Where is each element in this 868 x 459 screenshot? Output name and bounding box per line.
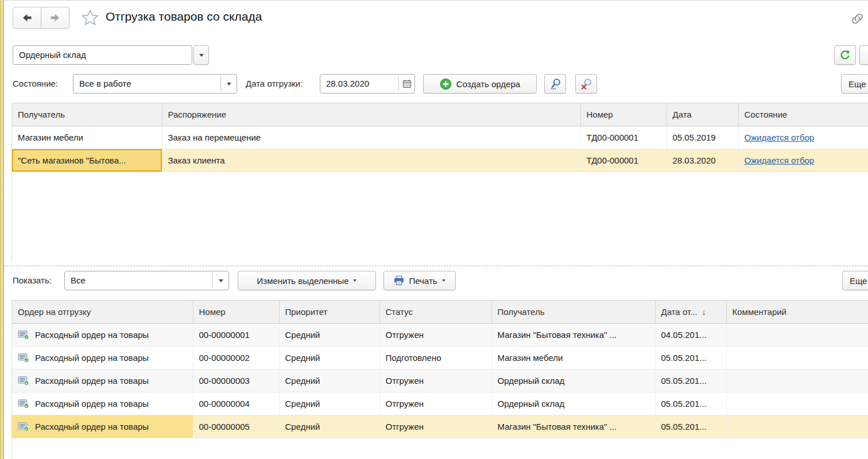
cell-number[interactable]: 00-00000001: [193, 324, 279, 347]
cell-status[interactable]: Отгружен: [379, 392, 491, 415]
cell-ship-date[interactable]: 05.05.201...: [655, 347, 726, 369]
cell-ship-date[interactable]: 05.05.201...: [655, 369, 726, 392]
orders-table-row[interactable]: Магазин мебели Заказ на перемещение ТД00…: [12, 126, 868, 149]
cell-comment[interactable]: [726, 415, 868, 438]
print-button[interactable]: Печать: [383, 271, 456, 290]
shipment-table-row[interactable]: Расходный ордер на товары 00-00000001 Ср…: [12, 324, 868, 347]
cancel-search-button[interactable]: [575, 74, 597, 94]
shipment-table-row[interactable]: Расходный ордер на товары 00-00000004 Ср…: [12, 392, 868, 415]
column-header-order-type[interactable]: Ордер на отгрузку: [12, 301, 193, 324]
cell-comment[interactable]: [726, 324, 868, 347]
forward-button[interactable]: [41, 7, 69, 29]
cell-disposition[interactable]: Заказ клиента: [162, 149, 580, 172]
cell-receiver[interactable]: Магазин мебели: [12, 126, 162, 149]
column-header-state[interactable]: Состояние: [738, 103, 868, 126]
more-actions-button-middle[interactable]: Еще: [842, 271, 868, 290]
column-header-comment[interactable]: Комментарий: [726, 301, 868, 324]
warehouse-combobox[interactable]: Ордерный склад: [13, 45, 192, 65]
cell-receiver-focused[interactable]: "Сеть магазинов "Бытова...: [12, 149, 162, 172]
back-arrow-icon: [21, 13, 33, 22]
cell-receiver[interactable]: Магазин "Бытовая техника" ...: [491, 415, 655, 438]
cell-date[interactable]: 28.03.2020: [666, 149, 738, 172]
cell-comment[interactable]: [726, 369, 868, 392]
cell-order-type[interactable]: Расходный ордер на товары: [12, 324, 193, 347]
cell-receiver[interactable]: Ордерный склад: [491, 369, 655, 392]
search-icon: [549, 77, 562, 91]
cell-comment[interactable]: [726, 392, 868, 415]
column-header-receiver[interactable]: Получатель: [491, 301, 655, 324]
partial-toolbar-button[interactable]: [859, 45, 868, 65]
cell-ship-date[interactable]: 04.05.201...: [655, 324, 726, 347]
cell-priority[interactable]: Средний: [279, 415, 379, 438]
search-button[interactable]: [544, 74, 566, 94]
ship-date-field[interactable]: 28.03.2020: [320, 74, 415, 94]
shipment-table-row[interactable]: Расходный ордер на товары 00-00000002 Ср…: [12, 347, 868, 369]
cell-disposition[interactable]: Заказ на перемещение: [162, 126, 580, 149]
cell-order-type[interactable]: Расходный ордер на товары: [12, 369, 193, 392]
order-type-label: Расходный ордер на товары: [35, 399, 149, 409]
more-actions-button-top[interactable]: Еще: [841, 74, 868, 94]
cell-number[interactable]: 00-00000004: [193, 392, 279, 415]
column-header-ship-date[interactable]: Дата от...↓: [655, 301, 726, 324]
cell-number[interactable]: 00-00000005: [193, 415, 279, 438]
add-circle-icon: [440, 78, 452, 90]
cell-date[interactable]: 05.05.2019: [666, 126, 738, 149]
cell-receiver[interactable]: Магазин "Бытовая техника" ...: [491, 324, 655, 347]
column-header-number[interactable]: Номер: [580, 103, 666, 126]
cell-number[interactable]: 00-00000002: [193, 347, 279, 369]
calendar-picker-zone[interactable]: [398, 76, 414, 91]
shipment-table: Ордер на отгрузку Номер Приоритет Статус…: [12, 300, 868, 438]
warehouse-dropdown-button[interactable]: [193, 45, 209, 65]
cell-priority[interactable]: Средний: [279, 392, 379, 415]
edit-selected-button[interactable]: Изменить выделенные: [238, 271, 376, 290]
cell-order-type[interactable]: Расходный ордер на товары: [12, 392, 193, 415]
cell-status[interactable]: Отгружен: [379, 415, 491, 438]
cell-receiver[interactable]: Магазин мебели: [491, 347, 655, 369]
cell-order-type[interactable]: Расходный ордер на товары: [12, 347, 193, 369]
column-header-priority[interactable]: Приоритет: [279, 301, 379, 324]
cell-state[interactable]: Ожидается отбор: [738, 126, 868, 149]
shipment-table-row[interactable]: Расходный ордер на товары 00-00000003 Ср…: [12, 369, 868, 392]
cell-priority[interactable]: Средний: [279, 369, 379, 392]
cell-receiver[interactable]: Ордерный склад: [491, 392, 655, 415]
state-combobox[interactable]: Все в работе: [73, 74, 237, 94]
order-type-label: Расходный ордер на товары: [35, 422, 149, 431]
page-title: Отгрузка товаров со склада: [106, 10, 262, 24]
cell-priority[interactable]: Средний: [279, 324, 379, 347]
cell-order-type[interactable]: Расходный ордер на товары: [12, 415, 193, 438]
cell-status[interactable]: Отгружен: [379, 324, 491, 347]
cell-number[interactable]: ТД00-000001: [580, 149, 666, 172]
column-header-receiver[interactable]: Получатель: [12, 103, 162, 126]
cell-number[interactable]: ТД00-000001: [580, 126, 666, 149]
cell-priority[interactable]: Средний: [279, 347, 379, 369]
column-header-status[interactable]: Статус: [379, 301, 491, 324]
cell-comment[interactable]: [726, 347, 868, 369]
column-header-date[interactable]: Дата: [666, 103, 738, 126]
state-link[interactable]: Ожидается отбор: [745, 155, 815, 165]
state-dropdown-zone[interactable]: [220, 76, 237, 91]
create-orders-button[interactable]: Создать ордера: [423, 74, 537, 94]
expense-order-document-icon: [18, 399, 29, 409]
copy-link-icon[interactable]: [851, 12, 864, 25]
back-button[interactable]: [13, 7, 41, 29]
edit-selected-label: Изменить выделенные: [257, 276, 349, 286]
refresh-icon: [839, 49, 851, 61]
column-header-disposition[interactable]: Распоряжение: [162, 103, 580, 126]
ship-date-value: 28.03.2020: [326, 75, 397, 93]
cell-status[interactable]: Отгружен: [379, 369, 491, 392]
state-value: Все в работе: [79, 75, 219, 93]
refresh-button[interactable]: [834, 45, 856, 65]
shipment-table-row-selected[interactable]: Расходный ордер на товары 00-00000005 Ср…: [12, 415, 868, 438]
favorite-star-icon[interactable]: [81, 9, 99, 27]
cell-ship-date[interactable]: 05.05.201...: [655, 392, 726, 415]
show-combobox[interactable]: Все: [64, 271, 229, 290]
cell-number[interactable]: 00-00000003: [193, 369, 279, 392]
column-header-number[interactable]: Номер: [193, 301, 279, 324]
cell-status[interactable]: Подготовлено: [379, 347, 491, 369]
cell-state[interactable]: Ожидается отбор: [738, 149, 868, 172]
orders-table-row-selected[interactable]: "Сеть магазинов "Бытова... Заказ клиента…: [12, 149, 868, 172]
state-link[interactable]: Ожидается отбор: [745, 133, 815, 142]
show-dropdown-zone[interactable]: [212, 273, 228, 288]
cell-ship-date[interactable]: 05.05.201...: [655, 415, 726, 438]
pane-splitter[interactable]: [4, 266, 868, 266]
